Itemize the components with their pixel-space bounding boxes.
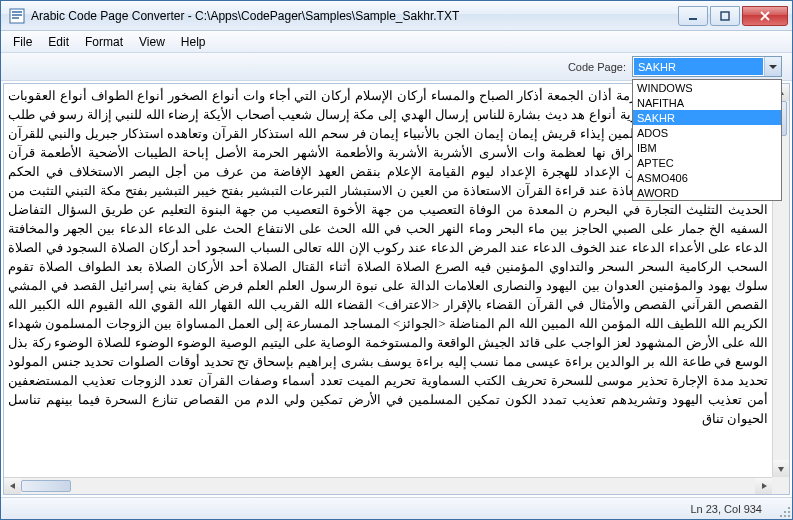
app-window: Arabic Code Page Converter - C:\Apps\Cod… [0,0,793,520]
codepage-label: Code Page: [568,61,626,73]
scroll-left-icon[interactable] [4,478,21,494]
menu-format[interactable]: Format [77,33,131,51]
menu-help[interactable]: Help [173,33,214,51]
dropdown-item-nafitha[interactable]: NAFITHA [633,95,781,110]
svg-rect-1 [689,18,697,20]
statusbar: Ln 23, Col 934 [1,497,792,519]
close-button[interactable] [742,6,788,26]
maximize-button[interactable] [710,6,740,26]
scroll-corner [772,477,789,494]
toolbar: Code Page: SAKHR WINDOWS NAFITHA SAKHR A… [1,53,792,81]
dropdown-item-asmo406[interactable]: ASMO406 [633,170,781,185]
scroll-down-icon[interactable] [773,460,789,477]
cursor-position: Ln 23, Col 934 [690,503,762,515]
minimize-button[interactable] [678,6,708,26]
window-controls [678,6,788,26]
dropdown-item-ibm[interactable]: IBM [633,140,781,155]
app-icon [9,8,25,24]
window-title: Arabic Code Page Converter - C:\Apps\Cod… [31,9,678,23]
dropdown-item-ados[interactable]: ADOS [633,125,781,140]
menu-edit[interactable]: Edit [40,33,77,51]
scroll-right-icon[interactable] [755,478,772,494]
dropdown-item-windows[interactable]: WINDOWS [633,80,781,95]
hscroll-track[interactable] [21,478,755,494]
hscroll-thumb[interactable] [21,480,71,492]
svg-rect-0 [10,9,24,23]
menu-file[interactable]: File [5,33,40,51]
dropdown-item-aword[interactable]: AWORD [633,185,781,200]
titlebar[interactable]: Arabic Code Page Converter - C:\Apps\Cod… [1,1,792,31]
combo-dropdown-button[interactable] [764,57,781,76]
dropdown-item-sakhr[interactable]: SAKHR [633,110,781,125]
svg-rect-2 [721,12,729,20]
dropdown-item-aptec[interactable]: APTEC [633,155,781,170]
horizontal-scrollbar[interactable] [4,477,772,494]
codepage-combo[interactable]: SAKHR [632,56,782,77]
menu-view[interactable]: View [131,33,173,51]
codepage-dropdown: WINDOWS NAFITHA SAKHR ADOS IBM APTEC ASM… [632,79,782,201]
codepage-selected: SAKHR [634,58,763,75]
menubar: File Edit Format View Help [1,31,792,53]
resize-grip-icon[interactable] [776,503,790,517]
